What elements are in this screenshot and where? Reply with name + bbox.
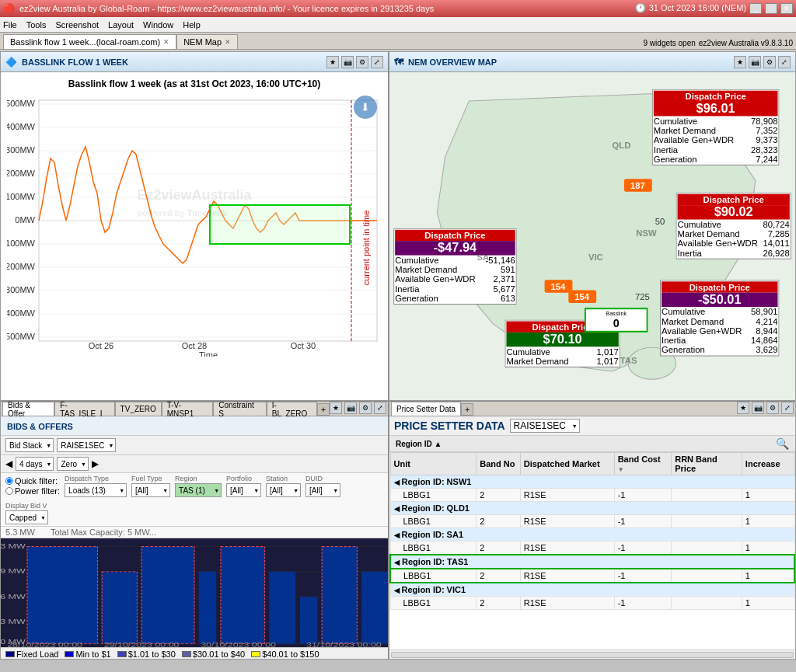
raise1sec-dropdown[interactable]: RAISE1SEC	[57, 438, 116, 452]
basslink-panel-title: 🔷 BASSLINK FLOW 1 WEEK	[5, 57, 128, 68]
arrow-left[interactable]: ◀	[5, 458, 12, 469]
bids-settings-icon[interactable]: ⚙	[359, 402, 372, 414]
scroll-track[interactable]	[391, 652, 794, 658]
nem-map-header: 🗺 NEM OVERVIEW MAP ★ 📷 ⚙ ⤢	[389, 52, 795, 72]
svg-text:50: 50	[655, 217, 665, 226]
portfolio-dropdown[interactable]: [All]	[226, 483, 261, 497]
col-unit[interactable]: Unit	[390, 453, 477, 475]
table-row: LBBG1 2 R1SE -1 1	[390, 489, 794, 502]
btab-iblzero[interactable]: I-BL_ZERO	[267, 402, 317, 416]
btab-tvzero[interactable]: TV_ZERO	[115, 402, 162, 416]
duid-dropdown[interactable]: [All]	[305, 483, 340, 497]
table-row: LBBG1 2 R1SE -1 1	[390, 569, 794, 583]
menu-help[interactable]: Help	[183, 20, 201, 30]
tab-nemmap[interactable]: NEM Map ✕	[176, 34, 238, 49]
menu-window[interactable]: Window	[143, 20, 173, 30]
bids-title: BIDS & OFFERS	[1, 416, 388, 436]
nem-star-icon[interactable]: ★	[734, 56, 746, 68]
fuel-type-filter: Fuel Type [All]	[131, 475, 170, 497]
svg-text:200MW: 200MW	[7, 169, 36, 178]
filter-section: Quick filter: Power filter: Dispatch Typ…	[1, 473, 388, 527]
col-increase[interactable]: Increase	[742, 453, 794, 475]
quick-filter-radio[interactable]: Quick filter:	[5, 476, 60, 486]
ps-scrollbar[interactable]	[389, 649, 795, 659]
col-dispatched-market[interactable]: Dispatched Market	[520, 453, 614, 475]
bids-chart: 5.3 MW 3.9 MW 2.6 MW 1.3 MW 0 MW	[1, 538, 388, 647]
nem-camera-icon[interactable]: 📷	[749, 56, 761, 68]
ps-tab-price-setter[interactable]: Price Setter Data	[391, 402, 461, 416]
menu-layout[interactable]: Layout	[108, 20, 134, 30]
basslink-chart-svg: 500MW 400MW 300MW 200MW 100MW 0MW -100MW…	[7, 92, 382, 357]
svg-text:28/10/2023 00:00: 28/10/2023 00:00	[7, 640, 82, 647]
ps-raise1sec-dropdown[interactable]: RAISE1SEC	[510, 419, 580, 433]
camera-icon[interactable]: 📷	[341, 56, 354, 68]
btab-ftas[interactable]: F-TAS_ISLE_I	[54, 402, 114, 416]
ps-tab-add[interactable]: +	[461, 403, 473, 416]
menu-file[interactable]: File	[3, 20, 17, 30]
title-bar-controls[interactable]: 🕐 31 Oct 2023 16:00 (NEM) _ □ ✕	[635, 3, 793, 14]
region-dropdown[interactable]: TAS (1)	[175, 483, 222, 497]
tab-basslink[interactable]: Basslink flow 1 week...(local-roam.com) …	[3, 34, 176, 49]
download-icon[interactable]: ⬇	[354, 96, 377, 119]
maximize-button[interactable]: □	[765, 3, 777, 14]
ps-settings-icon[interactable]: ⚙	[766, 402, 779, 414]
col-band[interactable]: Band No	[477, 453, 521, 475]
zero-dropdown[interactable]: Zero	[57, 457, 89, 471]
svg-text:725: 725	[635, 292, 650, 301]
ps-content: PRICE SETTER DATA RAISE1SEC Region ID ▲ …	[389, 416, 795, 659]
region-sa1: ◀ Region ID: SA1	[390, 528, 794, 541]
btab-constraint[interactable]: Constraint S	[213, 402, 267, 416]
dispatch-type-dropdown[interactable]: Loads (13)	[65, 483, 127, 497]
bids-camera-icon[interactable]: 📷	[344, 402, 357, 414]
station-dropdown[interactable]: [All]	[266, 483, 301, 497]
menu-tools[interactable]: Tools	[26, 20, 47, 30]
tab-basslink-close[interactable]: ✕	[163, 38, 169, 46]
close-button[interactable]: ✕	[780, 3, 793, 14]
svg-text:3.9 MW: 3.9 MW	[1, 567, 26, 575]
mw-row: 5.3 MW Total Max Capacity: 5 MW...	[1, 527, 388, 538]
svg-text:1.3 MW: 1.3 MW	[1, 618, 26, 625]
svg-text:100MW: 100MW	[7, 192, 36, 201]
arrow-right[interactable]: ▶	[92, 458, 99, 469]
capped-dropdown[interactable]: Capped	[5, 510, 48, 524]
nem-map-panel: 🗺 NEM OVERVIEW MAP ★ 📷 ⚙ ⤢	[389, 51, 796, 401]
svg-text:30/10/2023 00:00: 30/10/2023 00:00	[201, 640, 276, 647]
btab-add[interactable]: +	[317, 403, 330, 416]
star-icon[interactable]: ★	[326, 56, 339, 68]
sort-header: Region ID ▲ 🔍	[389, 436, 795, 452]
bid-stack-dropdown[interactable]: Bid Stack	[5, 438, 54, 452]
region-id-sort[interactable]: Region ID ▲	[396, 440, 442, 448]
nem-settings-icon[interactable]: ⚙	[763, 56, 776, 68]
col-band-cost[interactable]: Band Cost ▼	[614, 453, 672, 475]
search-icon[interactable]: 🔍	[776, 437, 789, 450]
settings-icon[interactable]: ⚙	[356, 56, 368, 68]
fuel-type-dropdown[interactable]: [All]	[131, 483, 170, 497]
version-label: ez2view Australia v9.8.3.10	[699, 39, 793, 47]
nem-map-svg: Dispatch Price $96.01 Cumulative78,908 M…	[389, 72, 795, 400]
nem-expand-icon[interactable]: ⤢	[778, 56, 791, 68]
days-dropdown[interactable]: 4 days	[16, 457, 54, 471]
svg-text:Oct 28: Oct 28	[182, 341, 207, 350]
bids-expand-icon[interactable]: ⤢	[374, 402, 386, 414]
btab-tvmnsp[interactable]: T-V-MNSP1	[162, 402, 213, 416]
bids-toolbar2: ◀ 4 days Zero ▶	[1, 455, 388, 473]
ps-expand-icon[interactable]: ⤢	[781, 402, 794, 414]
col-rrn-band-price[interactable]: RRN Band Price	[672, 453, 742, 475]
cost-tas: -1	[614, 569, 672, 583]
time-display: 31 Oct 2023 16:00 (NEM)	[649, 3, 746, 14]
menu-screenshot[interactable]: Screenshot	[55, 20, 99, 30]
nem-map-title: 🗺 NEM OVERVIEW MAP	[394, 57, 497, 68]
minimize-button[interactable]: _	[749, 3, 762, 14]
ps-star-icon[interactable]: ★	[737, 402, 749, 414]
svg-text:154: 154	[574, 292, 590, 301]
btab-bids[interactable]: Bids & Offer	[2, 402, 54, 416]
main-tab-bar: Basslink flow 1 week...(local-roam.com) …	[0, 33, 796, 50]
increase-qld: 1	[742, 515, 794, 528]
ps-camera-icon[interactable]: 📷	[752, 402, 764, 414]
rrn-qld	[672, 515, 742, 528]
bids-star-icon[interactable]: ★	[330, 402, 342, 414]
expand-icon[interactable]: ⤢	[371, 56, 383, 68]
rrn-sa	[672, 541, 742, 555]
power-filter-radio[interactable]: Power filter:	[5, 486, 60, 496]
tab-nemmap-close[interactable]: ✕	[225, 38, 231, 46]
